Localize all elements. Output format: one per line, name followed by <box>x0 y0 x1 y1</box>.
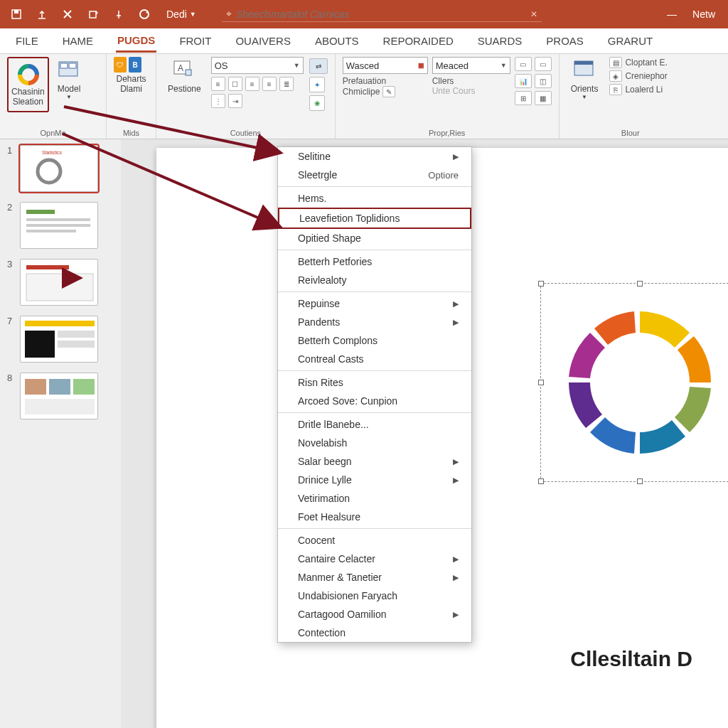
slide-title-text[interactable]: Cllesiltain D <box>570 647 692 671</box>
slide-thumb-2[interactable]: 2 <box>7 202 114 249</box>
indent-icon[interactable]: ⇥ <box>228 94 242 108</box>
menu-item[interactable]: Betterh Complons <box>278 331 471 350</box>
clear-icon[interactable]: ✕ <box>530 9 537 19</box>
redo-icon[interactable] <box>85 6 101 22</box>
deharts-button[interactable]: Deharts Dlami <box>114 74 149 94</box>
menu-item[interactable]: Drinice Lylle▶ <box>278 471 471 489</box>
menu-item[interactable]: Pandents▶ <box>278 313 471 331</box>
tab-file[interactable]: FILE <box>14 31 40 51</box>
svg-rect-28 <box>25 399 95 414</box>
link-icon[interactable]: ⎘ <box>609 84 622 95</box>
account-dropdown[interactable]: Dedi▼ <box>166 9 196 20</box>
meaced-dropdown[interactable]: Meaced▼ <box>432 57 510 74</box>
menu-item[interactable]: Contection <box>278 623 471 642</box>
list-icon[interactable]: ⋮ <box>211 94 225 108</box>
donut-chart-shape[interactable] <box>551 294 728 471</box>
tab-abouts[interactable]: ABOUTS <box>314 31 360 51</box>
slide-thumb-7[interactable]: 7 <box>7 316 114 363</box>
translate-icon[interactable]: ⇄ <box>309 58 328 74</box>
tab-grarut[interactable]: GRARUT <box>606 31 654 51</box>
box-icon[interactable]: ☐ <box>228 77 242 91</box>
menu-item[interactable]: Dritle lBanebe... <box>278 415 471 434</box>
menu-item[interactable]: Cartagood Oamilion▶ <box>278 605 471 623</box>
minimize-button[interactable]: — <box>664 6 680 22</box>
thumbnail[interactable]: Statistics <box>20 145 98 192</box>
refresh-icon[interactable] <box>136 6 152 22</box>
shape-star-icon[interactable]: ✦ <box>309 77 325 92</box>
menu-item-label: Opitied Shape <box>298 232 361 244</box>
shape-leaf-icon[interactable]: ❀ <box>309 95 325 111</box>
shield-icon[interactable]: 🛡 <box>114 57 127 73</box>
menu-item[interactable]: Undabisionen Faryach <box>278 587 471 605</box>
align-right-icon[interactable]: ≡ <box>262 77 277 91</box>
slide-thumbnails-panel[interactable]: 1Statistics2378 <box>0 139 121 728</box>
font-dropdown[interactable]: OS ▼ <box>211 57 304 74</box>
menu-item[interactable]: SleetrgleOptiore <box>278 166 471 184</box>
slide-thumb-8[interactable]: 8 <box>7 373 114 419</box>
tab-ouaivers[interactable]: OUAIVERS <box>234 31 292 51</box>
menu-item[interactable]: Leavefietion Toplidions <box>278 208 471 229</box>
tab-proas[interactable]: PROAS <box>545 31 585 51</box>
menu-item[interactable]: Contreal Casts <box>278 350 471 368</box>
svg-rect-26 <box>49 379 70 395</box>
label: Unte Cours <box>432 86 510 96</box>
search-box[interactable]: ⌖ ✕ <box>222 6 542 22</box>
align-center-icon[interactable]: ≡ <box>245 77 259 91</box>
menu-item-label: Repuinse <box>298 298 340 309</box>
align-icon[interactable]: ⊞ <box>515 91 532 105</box>
thumbnail[interactable] <box>20 202 98 249</box>
menu-item[interactable]: Arcoed Sove: Cunpion <box>278 392 471 410</box>
tab-froit[interactable]: FROIT <box>178 31 213 51</box>
menu-item[interactable]: Foet Healsure <box>278 508 471 526</box>
menu-item[interactable]: Coocent <box>278 531 471 550</box>
pin-icon[interactable] <box>111 6 127 22</box>
menu-item[interactable]: Betterh Petfories <box>278 252 471 271</box>
model-button[interactable]: Model ▼ <box>53 57 85 103</box>
img-icon[interactable]: ▭ <box>515 57 532 71</box>
thumbnail[interactable] <box>20 259 98 306</box>
save-icon[interactable] <box>9 6 24 22</box>
menu-item[interactable]: Opitied Shape <box>278 229 471 247</box>
submenu-arrow-icon: ▶ <box>453 318 459 327</box>
menu-item[interactable]: Hems. <box>278 189 471 208</box>
svg-rect-23 <box>58 331 95 338</box>
menu-item[interactable]: Selitine▶ <box>278 147 471 166</box>
tab-pugds[interactable]: PUGDS <box>116 30 156 53</box>
slide-thumb-1[interactable]: 1Statistics <box>7 145 114 192</box>
svg-rect-19 <box>26 265 69 269</box>
wasced-dropdown[interactable]: Wasced▦ <box>343 57 428 74</box>
menu-item[interactable]: Salar beegn▶ <box>278 452 471 471</box>
tag-icon[interactable]: ◈ <box>609 70 622 82</box>
upload-icon[interactable] <box>34 6 50 22</box>
crop-icon[interactable]: ◫ <box>535 74 552 88</box>
menu-item[interactable]: Vetirimation <box>278 489 471 508</box>
menu-item[interactable]: Reivlealoty <box>278 271 471 289</box>
justify-icon[interactable]: ≣ <box>279 77 294 91</box>
slide-thumb-3[interactable]: 3 <box>7 259 114 306</box>
orients-button[interactable]: Orients ▼ <box>567 57 603 103</box>
thumbnail[interactable] <box>20 316 98 363</box>
close-icon[interactable] <box>60 6 75 22</box>
grid-icon[interactable]: ▦ <box>535 91 552 105</box>
context-menu[interactable]: Selitine▶SleetrgleOptioreHems.Leavefieti… <box>277 146 472 643</box>
chart-icon[interactable]: 📊 <box>515 74 532 88</box>
pestione-button[interactable]: A Pestione <box>164 57 205 97</box>
tab-hame[interactable]: HAME <box>61 31 95 51</box>
doc-icon[interactable]: ▤ <box>609 57 622 68</box>
tab-suards[interactable]: SUARDS <box>476 31 524 51</box>
align-left-icon[interactable]: ≡ <box>211 77 225 91</box>
menu-item[interactable]: Risn Rites <box>278 373 471 392</box>
img2-icon[interactable]: ▭ <box>535 57 552 71</box>
badge-icon[interactable]: B <box>129 57 141 73</box>
menu-item-label: Vetirimation <box>298 493 350 504</box>
tab-reporaided[interactable]: REPORAIDED <box>382 31 455 51</box>
thumbnail[interactable] <box>20 373 98 419</box>
menu-item[interactable]: Cantaire Celacter▶ <box>278 550 471 568</box>
submenu-arrow-icon: ▶ <box>453 555 459 564</box>
menu-item[interactable]: Novelabish <box>278 434 471 452</box>
chart-sleation-button[interactable]: Chasinin Sleation <box>7 57 49 112</box>
search-input[interactable] <box>236 9 526 20</box>
menu-item[interactable]: Repuinse▶ <box>278 294 471 313</box>
edit-icon[interactable]: ✎ <box>382 86 395 97</box>
menu-item[interactable]: Manmer & Tanetier▶ <box>278 568 471 587</box>
